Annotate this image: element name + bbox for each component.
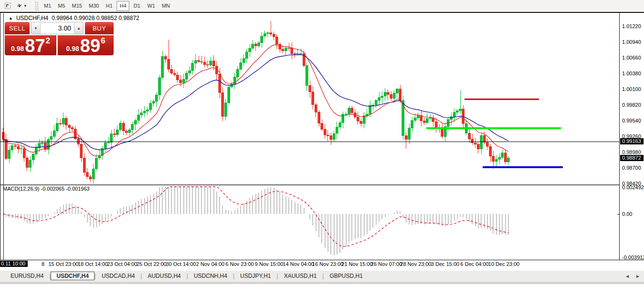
price-tick-label: 1.00660 xyxy=(622,55,641,61)
time-crosshair-badge: 0.11 10:00 xyxy=(0,261,28,267)
sell-button[interactable]: SELL xyxy=(5,22,30,34)
time-tick-label: 21 Nov 15:00 xyxy=(341,261,372,267)
time-tick-label: 26 Nov 07:00 xyxy=(371,261,402,267)
ohlc-values: 0.98964 0.99028 0.98852 0.98872 xyxy=(52,15,139,21)
macd-tick-label: 0.002492 xyxy=(622,184,644,190)
timeframe-button-w1[interactable]: W1 xyxy=(144,1,158,11)
toolbar: ▼ M1M5M15M30H1H4D1W1MN xyxy=(0,0,644,13)
macd-indicator-label: MACD(12,26,9) -0.002065 -0.001963 xyxy=(3,186,90,192)
sell-price-pip: 2 xyxy=(46,36,50,46)
volume-input[interactable]: 3.00 xyxy=(41,22,74,34)
one-click-trading-panel: SELL ▼ 3.00 ▲ BUY 0.98 87 2 0.98 89 6 xyxy=(5,22,114,55)
time-tick-label: 9 Nov 15:00 xyxy=(255,261,283,267)
time-axis[interactable]: 0.11 10:00 8 15 Oct 23:0018 Oct 14:0023 … xyxy=(0,260,644,270)
chart-tab-gbpusd-h1[interactable]: GBPUSD,H1 xyxy=(324,272,368,280)
price-tick-label: 0.98980 xyxy=(622,149,641,155)
caret-up-icon: ▲ xyxy=(77,26,81,31)
volume-spinner: ▼ 3.00 ▲ xyxy=(31,22,84,34)
caret-down-icon: ▼ xyxy=(34,26,38,31)
price-axis[interactable]: 1.012201.009401.006601.003801.001000.998… xyxy=(620,13,644,260)
cycle-charts-button[interactable]: ▼ xyxy=(13,1,30,11)
price-tick-label: 1.00380 xyxy=(622,71,641,76)
time-partial-label: 8 xyxy=(42,261,44,267)
chart-tab-usdjpy-h1[interactable]: USDJPY,H1 xyxy=(234,272,276,280)
buy-price-pip: 6 xyxy=(101,36,105,46)
timeframe-button-h1[interactable]: H1 xyxy=(103,1,116,11)
chart-window[interactable]: ▲ USDCHF,H4 0.98964 0.99028 0.98852 0.98… xyxy=(0,13,644,271)
chart-tab-eurusd-h4[interactable]: EURUSD,H4 xyxy=(5,272,49,280)
timeframe-button-d1[interactable]: D1 xyxy=(130,1,143,11)
time-tick-label: 30 Oct 14:00 xyxy=(166,261,196,267)
chart-window-icon xyxy=(4,2,11,10)
chart-tab-usdcnh-h4[interactable]: USDCNH,H4 xyxy=(188,272,233,280)
chart-tab-usdchf-h4[interactable]: USDCHF,H4 xyxy=(51,272,94,280)
cycle-arrows-icon xyxy=(16,2,23,10)
toolbar-drag-handle[interactable] xyxy=(35,1,38,11)
tab-scroll-left-icon[interactable]: ◄ xyxy=(625,274,630,279)
volume-increase-button[interactable]: ▲ xyxy=(74,22,83,34)
macd-tick-label: 0.00 xyxy=(622,211,632,217)
buy-price-main: 89 xyxy=(80,37,100,54)
buy-button[interactable]: BUY xyxy=(85,22,114,34)
buy-price-display[interactable]: 0.98 89 6 xyxy=(58,35,114,55)
chart-tab-xauusd-h1[interactable]: XAUUSD,H1 xyxy=(278,272,323,280)
chart-tab-usdcad-h4[interactable]: USDCAD,H4 xyxy=(96,272,140,280)
chart-ohlc-header: ▲ USDCHF,H4 0.98964 0.99028 0.98852 0.98… xyxy=(9,15,139,21)
chart-tab-audusd-h4[interactable]: AUDUSD,H4 xyxy=(142,272,186,280)
sell-price-prefix: 0.98 xyxy=(11,45,24,52)
time-tick-label: 2 Nov 04:00 xyxy=(196,261,224,267)
price-tick-label: 0.99540 xyxy=(622,118,641,123)
time-tick-label: 15 Oct 23:00 xyxy=(49,261,79,267)
time-tick-label: 6 Dec 04:00 xyxy=(460,261,488,267)
timeframe-button-h4[interactable]: H4 xyxy=(116,1,129,11)
time-tick-label: 6 Nov 23:00 xyxy=(225,261,253,267)
timeframe-button-m5[interactable]: M5 xyxy=(55,1,68,11)
dropdown-caret-icon: ▼ xyxy=(23,4,27,8)
tab-scroll-right-icon[interactable]: ► xyxy=(635,274,640,279)
price-tick-label: 1.01220 xyxy=(622,23,641,29)
time-tick-label: 10 Dec 23:00 xyxy=(488,261,519,267)
chart-window-button[interactable] xyxy=(2,1,13,11)
status-strip xyxy=(0,281,644,284)
sell-price-display[interactable]: 0.98 87 2 xyxy=(5,35,56,55)
tab-scroll-buttons: ◄ ► xyxy=(625,274,640,279)
volume-decrease-button[interactable]: ▼ xyxy=(32,22,41,34)
timeframe-button-m15[interactable]: M15 xyxy=(69,1,85,11)
time-tick-label: 3 Dec 15:00 xyxy=(431,261,459,267)
price-tick-label: 0.98700 xyxy=(622,165,641,171)
time-tick-label: 16 Nov 23:00 xyxy=(312,261,343,267)
chart-pointer-icon: ▲ xyxy=(9,16,13,20)
price-tick-label: 0.99820 xyxy=(622,102,641,108)
timeframe-button-m30[interactable]: M30 xyxy=(86,1,102,11)
buy-price-prefix: 0.98 xyxy=(66,45,79,52)
time-tick-label: 23 Oct 04:00 xyxy=(107,261,137,267)
time-tick-label: 14 Nov 04:00 xyxy=(283,261,314,267)
timeframe-button-mn[interactable]: MN xyxy=(159,1,173,11)
symbol-label: USDCHF,H4 xyxy=(16,15,48,21)
toolbar-separator xyxy=(32,1,32,11)
time-tick-label: 28 Nov 23:00 xyxy=(400,261,431,267)
price-tick-label: 1.00940 xyxy=(622,39,641,45)
time-tick-label: 18 Oct 14:00 xyxy=(78,261,108,267)
mt4-terminal: ▼ M1M5M15M30H1H4D1W1MN ▲ USDCHF,H4 0.989… xyxy=(0,0,644,285)
current-price-badge: 0.98872 xyxy=(620,155,644,161)
time-tick-label: 25 Oct 22:00 xyxy=(137,261,167,267)
price-tick-label: 1.00100 xyxy=(622,86,641,92)
timeframe-bar: M1M5M15M30H1H4D1W1MN xyxy=(41,1,173,11)
crosshair-price-badge: 0.99163 xyxy=(620,138,644,144)
macd-tick-label: -0.003913 xyxy=(622,254,644,260)
chart-tabs-bar: EURUSD,H4|USDCHF,H4|USDCAD,H4|AUDUSD,H4|… xyxy=(0,271,644,281)
timeframe-button-m1[interactable]: M1 xyxy=(41,1,54,11)
sell-price-main: 87 xyxy=(25,37,45,54)
